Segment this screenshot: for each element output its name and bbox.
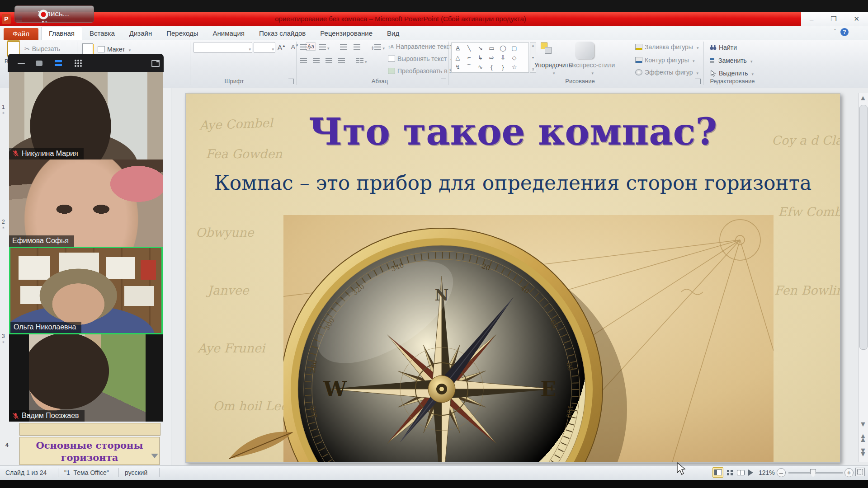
shape-effects-button[interactable]: Эффекты фигур xyxy=(635,69,698,76)
next-slide-button[interactable]: ▼▼ xyxy=(859,447,867,455)
line-spacing-button[interactable]: ⇕ xyxy=(371,43,385,52)
increase-indent-button[interactable] xyxy=(354,43,360,52)
shape-textbox-icon[interactable]: A xyxy=(452,43,463,53)
collapse-ribbon-icon[interactable]: ˆ xyxy=(834,29,836,35)
normal-view-button[interactable] xyxy=(712,467,723,478)
thumbnail-number-3[interactable]: 3 xyxy=(2,333,5,344)
zoom-toolbar[interactable] xyxy=(8,54,164,72)
shape-outline-button[interactable]: Контур фигуры xyxy=(635,56,694,64)
select-button[interactable]: Выделить xyxy=(710,70,754,77)
shape-elbow-arrow-icon[interactable]: ↳ xyxy=(475,53,486,62)
align-center-button[interactable] xyxy=(313,57,320,65)
theme-name[interactable]: "1_Тема Office" xyxy=(64,469,109,476)
tab-slideshow[interactable]: Показ слайдов xyxy=(252,27,313,40)
shape-oval-icon[interactable]: ◯ xyxy=(497,43,509,53)
tab-animations[interactable]: Анимация xyxy=(206,27,252,40)
zoom-in-button[interactable]: + xyxy=(844,468,854,477)
justify-button[interactable] xyxy=(338,57,345,65)
close-button[interactable]: ✕ xyxy=(854,15,859,23)
scroll-up-icon[interactable]: ▲ xyxy=(859,94,867,102)
slide-counter[interactable]: Слайд 1 из 24 xyxy=(5,469,47,476)
minimize-button[interactable]: – xyxy=(810,15,813,23)
shape-elbow-connector-icon[interactable]: ⌐ xyxy=(463,53,475,62)
thumbnail-number-4[interactable]: 4 xyxy=(5,442,9,448)
shapes-gallery[interactable]: A ╲ ↘ ▭ ◯ ▢ △ ⌐ ↳ ⇨ ⇩ ◇ ↯ ⌒ ∿ { } ☆ xyxy=(451,42,529,73)
cut-button[interactable]: ✂ Вырезать xyxy=(24,45,60,52)
shrink-font-button[interactable]: A▼ xyxy=(291,43,299,50)
grid-view-icon[interactable] xyxy=(75,60,76,61)
thumbnail-number-2[interactable]: 2 xyxy=(2,219,5,230)
align-right-button[interactable] xyxy=(326,57,332,65)
text-direction-button[interactable]: ↕А Направление текста xyxy=(388,43,462,50)
participant-tile[interactable]: Вадим Поезжаев xyxy=(9,334,163,422)
speaker-view-icon[interactable] xyxy=(36,61,42,66)
minimize-video-icon[interactable] xyxy=(18,63,25,64)
shape-freeform-icon[interactable]: ↯ xyxy=(452,62,463,72)
shape-down-arrow-icon[interactable]: ⇩ xyxy=(497,53,509,62)
shape-right-arrow-icon[interactable]: ⇨ xyxy=(486,53,497,62)
font-size-select[interactable] xyxy=(254,42,275,53)
shape-right-brace-icon[interactable]: } xyxy=(497,62,509,72)
shape-fill-button[interactable]: Заливка фигуры xyxy=(635,43,698,51)
shape-diamond-icon[interactable]: ◇ xyxy=(509,53,520,62)
align-left-button[interactable] xyxy=(300,57,307,65)
quick-styles-button[interactable]: Экспресс-стили xyxy=(569,61,615,76)
bottom-black-strip xyxy=(0,480,868,488)
thumbnail-3-partial[interactable] xyxy=(19,423,160,436)
shape-rounded-rectangle-icon[interactable]: ▢ xyxy=(509,43,520,53)
shape-curve-icon[interactable]: ∿ xyxy=(475,62,486,72)
language-indicator[interactable]: русский xyxy=(125,469,147,476)
tab-file[interactable]: Файл xyxy=(4,28,38,40)
restore-button[interactable]: ❐ xyxy=(830,15,836,23)
participant-tile[interactable]: Ефимова Софья xyxy=(9,160,163,247)
participant-tile-active-speaker[interactable]: Ольга Николаевна xyxy=(9,247,163,334)
slide[interactable]: Aye Combel Fea Gowden Obwyune Janvee Aye… xyxy=(185,93,840,463)
slideshow-view-button[interactable] xyxy=(746,467,757,478)
font-name-select[interactable] xyxy=(193,42,252,53)
shape-line-icon[interactable]: ╲ xyxy=(463,43,475,53)
scroll-down-icon[interactable]: ▼ xyxy=(859,420,867,428)
columns-button[interactable] xyxy=(356,57,367,65)
shape-rectangle-icon[interactable]: ▭ xyxy=(486,43,497,53)
slide-title[interactable]: Что такое компас? xyxy=(186,110,840,153)
align-text-button[interactable]: Выровнять текст xyxy=(388,55,453,62)
replace-button[interactable]: Заменить xyxy=(710,57,752,64)
zoom-level[interactable]: 121% xyxy=(759,469,775,476)
previous-slide-button[interactable]: ▲▲ xyxy=(859,433,867,441)
panel-scroll-down-icon[interactable] xyxy=(151,454,158,462)
bullets-button[interactable] xyxy=(300,43,311,52)
fit-to-window-button[interactable] xyxy=(855,468,865,476)
video-participants: Никулина Мария Ефимова Софья Ольга Никол… xyxy=(9,72,163,422)
paragraph-dialog-launcher[interactable] xyxy=(441,79,446,84)
thumbnail-4[interactable]: Основные стороны горизонта xyxy=(19,437,160,465)
slide-subtitle[interactable]: Компас – это прибор для определения стор… xyxy=(186,171,840,194)
font-dialog-launcher[interactable] xyxy=(288,79,294,84)
grow-font-button[interactable]: A▲ xyxy=(278,43,286,51)
decrease-indent-button[interactable] xyxy=(340,43,347,52)
gallery-view-icon[interactable] xyxy=(55,60,62,66)
popout-icon[interactable] xyxy=(151,60,160,67)
shape-arrow-icon[interactable]: ↘ xyxy=(475,43,486,53)
tab-view[interactable]: Вид xyxy=(380,27,406,40)
slide-sorter-button[interactable] xyxy=(724,467,735,478)
layout-button[interactable]: Макет xyxy=(98,46,131,53)
tab-review[interactable]: Рецензирование xyxy=(313,27,380,40)
tab-home[interactable]: Главная xyxy=(41,27,82,40)
shape-left-brace-icon[interactable]: { xyxy=(486,62,497,72)
help-icon[interactable]: ? xyxy=(840,28,849,36)
shape-triangle-icon[interactable]: △ xyxy=(452,53,463,62)
shape-arc-icon[interactable]: ⌒ xyxy=(463,62,475,72)
find-button[interactable]: Найти xyxy=(710,44,737,51)
arrange-button[interactable]: Упорядочить xyxy=(534,61,572,76)
participant-namebar: Никулина Мария xyxy=(9,148,84,160)
participant-tile[interactable]: Никулина Мария xyxy=(9,72,163,160)
tab-transitions[interactable]: Переходы xyxy=(159,27,205,40)
tab-insert[interactable]: Вставка xyxy=(82,27,122,40)
scrollbar-thumb[interactable] xyxy=(859,105,868,350)
numbering-button[interactable] xyxy=(319,43,330,52)
thumbnail-number-1[interactable]: 1 xyxy=(2,104,5,115)
tab-design[interactable]: Дизайн xyxy=(122,27,159,40)
shape-star-icon[interactable]: ☆ xyxy=(509,62,520,72)
reading-view-button[interactable] xyxy=(735,467,746,478)
zoom-out-button[interactable]: – xyxy=(777,468,786,477)
